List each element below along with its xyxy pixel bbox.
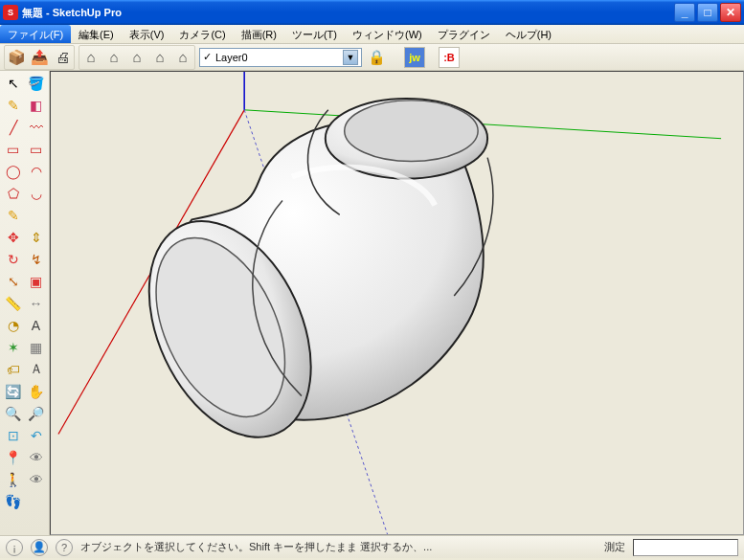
look-around-tool-icon[interactable]: 👁 [26,447,47,468]
layer-selected: Layer0 [215,52,339,63]
previous-view-tool-icon[interactable]: ↶ [26,425,47,446]
pushpull-tool-icon[interactable]: ⇕ [26,227,47,248]
label-tool-icon[interactable]: 🏷 [3,359,24,380]
protractor-tool-icon[interactable]: ◔ [3,315,24,336]
menu-tools[interactable]: ツール(T) [284,25,345,43]
pan-tool-icon[interactable]: ✋ [26,381,47,402]
print-model-icon[interactable]: 🖨 [52,47,73,68]
svg-point-1 [345,101,478,162]
dimension-tool-icon[interactable]: ↔ [26,293,47,314]
style1-icon[interactable]: ⌂ [80,47,101,68]
pencil2-tool-icon[interactable]: ✎ [3,205,24,226]
measurement-input[interactable] [633,539,738,556]
move-tool-icon[interactable]: ✥ [3,227,24,248]
style4-icon[interactable]: ⌂ [149,47,170,68]
empty-slot2 [26,491,47,512]
menu-bar: ファイル(F) 編集(E) 表示(V) カメラ(C) 描画(R) ツール(T) … [0,25,744,44]
section-tool-icon[interactable]: ▦ [26,337,47,358]
status-help-icon[interactable]: ? [56,539,73,556]
status-info-icon[interactable]: ¡ [6,539,23,556]
layer-lock-icon[interactable]: 🔒 [366,47,387,68]
jw-button[interactable]: jw [404,47,425,68]
menu-window[interactable]: ウィンドウ(W) [345,25,430,43]
walk-tool-icon[interactable]: 🚶 [3,469,24,490]
menu-draw[interactable]: 描画(R) [234,25,284,43]
status-bar: ¡ 👤 ? オブジェクトを選択してください。Shift キーを押したまま 選択す… [0,535,744,558]
menu-file[interactable]: ファイル(F) [0,25,71,43]
menu-view[interactable]: 表示(V) [122,25,172,43]
scene-svg [51,72,743,534]
measure-label: 測定 [604,540,625,554]
tape-tool-icon[interactable]: 📏 [3,293,24,314]
zoom-tool-icon[interactable]: 🔍 [3,403,24,424]
styles-group: ⌂ ⌂ ⌂ ⌂ ⌂ [79,45,195,70]
style5-icon[interactable]: ⌂ [172,47,193,68]
app-icon: S [3,5,18,20]
zoom-extents-tool-icon[interactable]: ⊡ [3,425,24,446]
3d-viewport[interactable] [50,71,744,535]
menu-help[interactable]: ヘルプ(H) [498,25,559,43]
status-user-icon[interactable]: 👤 [31,539,48,556]
scale-tool-icon[interactable]: ⤡ [3,271,24,292]
select-tool-icon[interactable]: ↖ [3,73,24,94]
ib-button[interactable]: :B [439,47,460,68]
rectangle-tool-icon[interactable]: ▭ [3,139,24,160]
pipe-model [117,99,493,463]
polygon-tool-icon[interactable]: ⬠ [3,183,24,204]
layer-dropdown[interactable]: ✓ Layer0 ▼ [199,48,362,67]
close-button[interactable]: ✕ [720,3,741,22]
layer-check-icon: ✓ [203,51,212,63]
model-group: 📦 📤 🖨 [4,45,75,70]
rotated-rect-tool-icon[interactable]: ▭ [26,139,47,160]
rotate-tool-icon[interactable]: ↻ [3,249,24,270]
followme-tool-icon[interactable]: ↯ [26,249,47,270]
dropdown-arrow-icon[interactable]: ▼ [343,50,358,65]
status-hint: オブジェクトを選択してください。Shift キーを押したまま 選択するか、... [80,540,597,554]
text-tool-icon[interactable]: A [26,315,47,336]
empty-slot [26,205,47,226]
pencil-tool-icon[interactable]: ✎ [3,95,24,116]
footprint-tool-icon[interactable]: 👣 [3,491,24,512]
freehand-tool-icon[interactable]: 〰 [26,117,47,138]
3dtext-tool-icon[interactable]: Ａ [26,359,47,380]
axes-tool-icon[interactable]: ✶ [3,337,24,358]
offset-tool-icon[interactable]: ▣ [26,271,47,292]
eraser-tool-icon[interactable]: ◧ [26,95,47,116]
eye-tool-icon[interactable]: 👁 [26,469,47,490]
menu-camera[interactable]: カメラ(C) [171,25,233,43]
style3-icon[interactable]: ⌂ [126,47,147,68]
pie-arc-tool-icon[interactable]: ◡ [26,183,47,204]
circle-tool-icon[interactable]: ◯ [3,161,24,182]
line-tool-icon[interactable]: ╱ [3,117,24,138]
zoom-window-tool-icon[interactable]: 🔎 [26,403,47,424]
orbit-tool-icon[interactable]: 🔄 [3,381,24,402]
paint-tool-icon[interactable]: 🪣 [26,73,47,94]
window-title: 無題 - SketchUp Pro [22,6,672,20]
title-bar: S 無題 - SketchUp Pro _ □ ✕ [0,0,744,25]
menu-plugins[interactable]: プラグイン [430,25,498,43]
maximize-button[interactable]: □ [697,3,718,22]
position-camera-tool-icon[interactable]: 📍 [3,447,24,468]
tool-tray: ↖🪣 ✎◧ ╱〰 ▭▭ ◯◠ ⬠◡ ✎ ✥⇕ ↻↯ ⤡▣ 📏↔ ◔A ✶▦ 🏷Ａ… [0,71,50,535]
main-toolbar: 📦 📤 🖨 ⌂ ⌂ ⌂ ⌂ ⌂ ✓ Layer0 ▼ 🔒 jw :B [0,44,744,71]
main-area: ↖🪣 ✎◧ ╱〰 ▭▭ ◯◠ ⬠◡ ✎ ✥⇕ ↻↯ ⤡▣ 📏↔ ◔A ✶▦ 🏷Ａ… [0,71,744,535]
menu-edit[interactable]: 編集(E) [71,25,122,43]
minimize-button[interactable]: _ [674,3,695,22]
open-model-icon[interactable]: 📦 [6,47,27,68]
arc-tool-icon[interactable]: ◠ [26,161,47,182]
style2-icon[interactable]: ⌂ [103,47,124,68]
send-model-icon[interactable]: 📤 [29,47,50,68]
